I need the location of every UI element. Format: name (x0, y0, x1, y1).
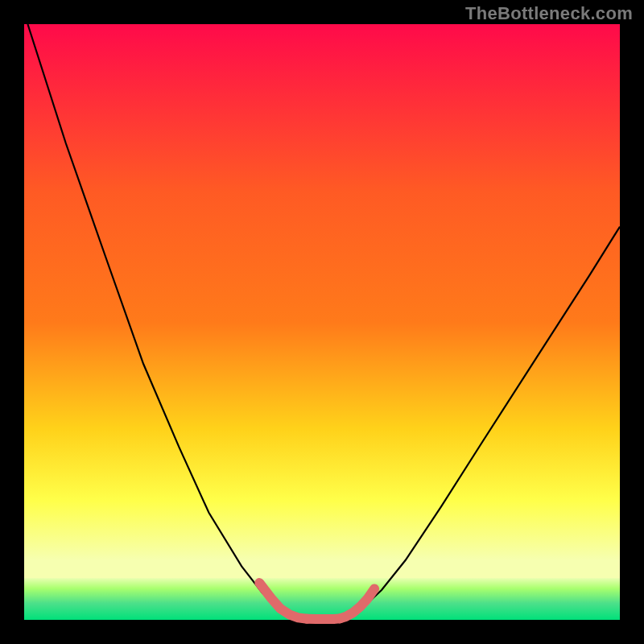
chart-stage: TheBottleneck.com (0, 0, 644, 644)
chart-svg (0, 0, 644, 644)
gradient-background (24, 24, 620, 620)
watermark-text: TheBottleneck.com (465, 3, 633, 24)
green-band (24, 578, 620, 620)
series-bottleneck-highlight-bottom (308, 618, 341, 619)
